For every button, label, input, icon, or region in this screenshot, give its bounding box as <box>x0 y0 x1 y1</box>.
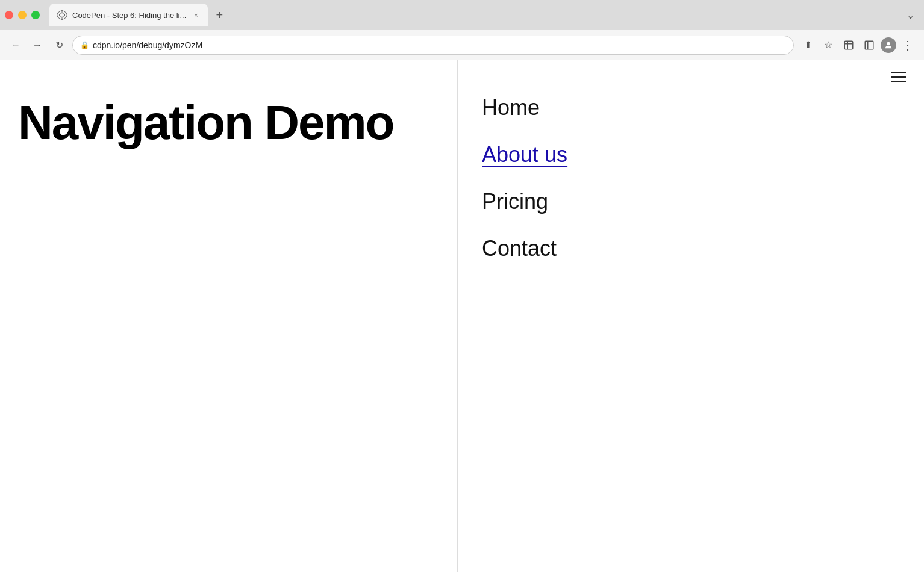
svg-line-5 <box>57 13 60 14</box>
reload-button[interactable]: ↻ <box>51 37 67 54</box>
svg-line-4 <box>65 13 67 14</box>
forward-button[interactable]: → <box>29 37 46 54</box>
hamburger-line-2 <box>891 76 906 78</box>
extensions-button[interactable] <box>840 36 858 54</box>
nav-list: Home About us Pricing Contact <box>482 72 900 272</box>
nav-item-contact: Contact <box>482 225 900 272</box>
nav-item-about: About us <box>482 131 900 178</box>
toolbar-actions: ⬆ ☆ ⋮ <box>799 36 917 54</box>
main-panel: Navigation Demo <box>0 60 458 572</box>
browser-toolbar: ← → ↻ 🔒 cdpn.io/pen/debug/dymzOzM ⬆ ☆ <box>0 30 924 60</box>
hamburger-line-1 <box>891 72 906 73</box>
traffic-lights <box>5 11 40 19</box>
tab-list-button[interactable]: ⌄ <box>902 7 919 23</box>
svg-point-10 <box>887 42 890 45</box>
page-content: Navigation Demo Home About us Pricing Co… <box>0 60 924 572</box>
url-text: cdpn.io/pen/debug/dymzOzM <box>93 40 786 50</box>
nav-link-pricing[interactable]: Pricing <box>482 189 548 214</box>
svg-marker-1 <box>60 13 65 17</box>
nav-item-home: Home <box>482 84 900 131</box>
hamburger-line-3 <box>891 81 906 82</box>
maximize-traffic-light[interactable] <box>31 11 40 19</box>
new-tab-button[interactable]: + <box>210 6 228 24</box>
nav-link-about[interactable]: About us <box>482 142 567 167</box>
hamburger-menu-button[interactable] <box>891 72 906 82</box>
nav-link-contact[interactable]: Contact <box>482 236 557 261</box>
browser-chrome: CodePen - Step 6: Hiding the li... × + ⌄… <box>0 0 924 60</box>
page-heading: Navigation Demo <box>18 96 439 149</box>
back-button[interactable]: ← <box>7 37 24 54</box>
share-button[interactable]: ⬆ <box>799 36 817 54</box>
tab-bar: CodePen - Step 6: Hiding the li... × + ⌄ <box>0 0 924 30</box>
tab-close-button[interactable]: × <box>191 10 201 20</box>
sidebar-button[interactable] <box>860 36 878 54</box>
svg-rect-8 <box>865 41 873 49</box>
codepen-icon <box>57 10 67 20</box>
nav-item-pricing: Pricing <box>482 178 900 225</box>
profile-button[interactable] <box>881 37 896 53</box>
address-bar[interactable]: 🔒 cdpn.io/pen/debug/dymzOzM <box>72 36 794 55</box>
lock-icon: 🔒 <box>80 41 89 49</box>
close-traffic-light[interactable] <box>5 11 13 19</box>
tab-bar-right: ⌄ <box>902 7 919 23</box>
minimize-traffic-light[interactable] <box>18 11 27 19</box>
svg-line-6 <box>65 16 67 17</box>
nav-panel: Home About us Pricing Contact <box>458 60 924 572</box>
tab-title: CodePen - Step 6: Hiding the li... <box>72 11 186 20</box>
active-tab[interactable]: CodePen - Step 6: Hiding the li... × <box>49 4 208 26</box>
svg-line-7 <box>57 16 60 17</box>
more-button[interactable]: ⋮ <box>899 36 917 54</box>
nav-link-home[interactable]: Home <box>482 95 540 120</box>
bookmark-button[interactable]: ☆ <box>819 36 837 54</box>
